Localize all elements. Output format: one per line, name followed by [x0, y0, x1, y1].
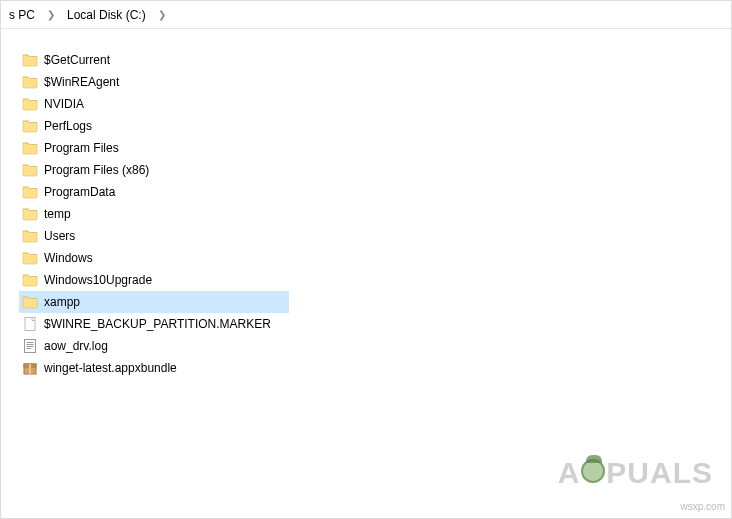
- folder-icon: [22, 74, 38, 90]
- item-name: Windows10Upgrade: [44, 273, 152, 287]
- item-name: PerfLogs: [44, 119, 92, 133]
- list-item[interactable]: aow_drv.log: [19, 335, 289, 357]
- item-name: $WinREAgent: [44, 75, 119, 89]
- folder-icon: [22, 250, 38, 266]
- watermark-text-left: A: [558, 456, 581, 490]
- list-item[interactable]: Windows: [19, 247, 289, 269]
- item-name: Windows: [44, 251, 93, 265]
- item-name: Program Files: [44, 141, 119, 155]
- item-name: $WINRE_BACKUP_PARTITION.MARKER: [44, 317, 271, 331]
- breadcrumb-current[interactable]: Local Disk (C:): [63, 6, 150, 24]
- item-name: aow_drv.log: [44, 339, 108, 353]
- folder-icon: [22, 140, 38, 156]
- list-item[interactable]: NVIDIA: [19, 93, 289, 115]
- item-name: $GetCurrent: [44, 53, 110, 67]
- watermark-text-right: PUALS: [606, 456, 713, 490]
- folder-icon: [22, 272, 38, 288]
- item-name: NVIDIA: [44, 97, 84, 111]
- folder-icon: [22, 118, 38, 134]
- folder-icon: [22, 228, 38, 244]
- item-name: Users: [44, 229, 75, 243]
- item-name: winget-latest.appxbundle: [44, 361, 177, 375]
- item-name: temp: [44, 207, 71, 221]
- list-item[interactable]: winget-latest.appxbundle: [19, 357, 289, 379]
- list-item[interactable]: $WinREAgent: [19, 71, 289, 93]
- list-item[interactable]: $GetCurrent: [19, 49, 289, 71]
- site-credit: wsxp.com: [681, 501, 725, 512]
- folder-icon: [22, 96, 38, 112]
- list-item[interactable]: Users: [19, 225, 289, 247]
- item-name: xampp: [44, 295, 80, 309]
- svg-rect-8: [29, 364, 31, 374]
- svg-rect-0: [25, 318, 35, 331]
- list-item[interactable]: Windows10Upgrade: [19, 269, 289, 291]
- file-icon: [22, 316, 38, 332]
- bundle-icon: [22, 360, 38, 376]
- list-item[interactable]: PerfLogs: [19, 115, 289, 137]
- text-icon: [22, 338, 38, 354]
- watermark: A PUALS: [558, 456, 713, 490]
- list-item[interactable]: $WINRE_BACKUP_PARTITION.MARKER: [19, 313, 289, 335]
- list-item[interactable]: Program Files: [19, 137, 289, 159]
- list-item[interactable]: temp: [19, 203, 289, 225]
- mascot-icon: [581, 459, 605, 483]
- folder-icon: [22, 184, 38, 200]
- folder-icon: [22, 294, 38, 310]
- item-name: ProgramData: [44, 185, 115, 199]
- list-item[interactable]: xampp: [19, 291, 289, 313]
- folder-icon: [22, 52, 38, 68]
- file-list[interactable]: $GetCurrent$WinREAgentNVIDIAPerfLogsProg…: [1, 29, 731, 387]
- list-item[interactable]: Program Files (x86): [19, 159, 289, 181]
- chevron-right-icon: ❯: [154, 7, 170, 22]
- folder-icon: [22, 206, 38, 222]
- chevron-right-icon: ❯: [43, 7, 59, 22]
- breadcrumb-parent[interactable]: s PC: [5, 6, 39, 24]
- item-name: Program Files (x86): [44, 163, 149, 177]
- folder-icon: [22, 162, 38, 178]
- breadcrumb[interactable]: s PC ❯ Local Disk (C:) ❯: [1, 1, 731, 29]
- list-item[interactable]: ProgramData: [19, 181, 289, 203]
